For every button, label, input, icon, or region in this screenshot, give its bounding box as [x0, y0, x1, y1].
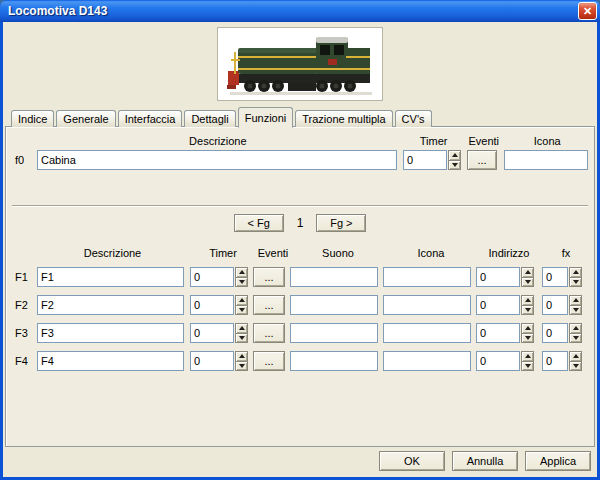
- eventi-button[interactable]: ...: [253, 267, 285, 287]
- timer-spinner: [235, 323, 248, 343]
- spinner-down-icon[interactable]: [569, 278, 582, 288]
- tab-interfaccia[interactable]: Interfaccia: [118, 110, 183, 127]
- suono-input[interactable]: [290, 295, 378, 315]
- spinner-down-icon[interactable]: [521, 306, 534, 316]
- spinner-up-icon[interactable]: [569, 267, 582, 278]
- tab-generale[interactable]: Generale: [56, 110, 115, 127]
- header-eventi: Eventi: [257, 247, 289, 259]
- f0-row: f0 ...: [15, 150, 589, 170]
- spinner-up-icon[interactable]: [235, 351, 248, 362]
- indirizzo-input[interactable]: [476, 267, 520, 287]
- header-icona: Icona: [387, 247, 475, 259]
- descrizione-input[interactable]: [37, 267, 184, 287]
- timer-spinner: [235, 351, 248, 371]
- spinner-down-icon[interactable]: [521, 362, 534, 372]
- spinner-down-icon[interactable]: [569, 334, 582, 344]
- descrizione-input[interactable]: [37, 323, 184, 343]
- spinner-down-icon[interactable]: [569, 306, 582, 316]
- timer-input[interactable]: [190, 295, 234, 315]
- table-row: F2 ...: [15, 295, 589, 315]
- icona-input[interactable]: [383, 295, 471, 315]
- window-title: Locomotiva D143: [0, 4, 107, 18]
- spinner-up-icon[interactable]: [521, 267, 534, 278]
- indirizzo-spinner: [521, 323, 534, 343]
- spinner-down-icon[interactable]: [569, 362, 582, 372]
- f0-eventi-button[interactable]: ...: [467, 150, 497, 170]
- fx-input[interactable]: [542, 295, 568, 315]
- fx-spinner: [569, 267, 582, 287]
- fx-spinner: [569, 351, 582, 371]
- indirizzo-spinner: [521, 351, 534, 371]
- tab-trazione-multipla[interactable]: Trazione multipla: [295, 110, 392, 127]
- tab-funzioni[interactable]: Funzioni: [238, 107, 294, 128]
- spinner-up-icon[interactable]: [521, 323, 534, 334]
- indirizzo-input[interactable]: [476, 351, 520, 371]
- suono-input[interactable]: [290, 351, 378, 371]
- dialog-content: Indice Generale Interfaccia Dettagli Fun…: [3, 22, 597, 477]
- fx-input[interactable]: [542, 267, 568, 287]
- icona-input[interactable]: [383, 267, 471, 287]
- close-icon[interactable]: ✕: [578, 2, 597, 20]
- fg-page-number: 1: [297, 216, 304, 230]
- fx-spinner: [569, 295, 582, 315]
- f0-timer-spinner: [448, 150, 461, 170]
- timer-input[interactable]: [190, 323, 234, 343]
- spinner-down-icon[interactable]: [235, 278, 248, 288]
- indirizzo-spinner: [521, 295, 534, 315]
- descrizione-input[interactable]: [37, 295, 184, 315]
- f0-icona-input[interactable]: [504, 150, 588, 170]
- spinner-down-icon[interactable]: [235, 362, 248, 372]
- table-row: F1 ...: [15, 267, 589, 287]
- spinner-down-icon[interactable]: [448, 161, 461, 171]
- indirizzo-input[interactable]: [476, 295, 520, 315]
- spinner-up-icon[interactable]: [448, 150, 461, 161]
- spinner-up-icon[interactable]: [235, 267, 248, 278]
- timer-input[interactable]: [190, 267, 234, 287]
- title-bar[interactable]: Locomotiva D143 ✕: [0, 0, 600, 22]
- f0-header-row: Descrizione Timer Eventi Icona: [15, 135, 589, 147]
- tab-indice[interactable]: Indice: [11, 110, 54, 127]
- fx-input[interactable]: [542, 323, 568, 343]
- header-suono: Suono: [294, 247, 382, 259]
- icona-input[interactable]: [383, 323, 471, 343]
- f0-header-icona: Icona: [505, 135, 589, 147]
- descrizione-input[interactable]: [37, 351, 184, 371]
- fx-input[interactable]: [542, 351, 568, 371]
- indirizzo-spinner: [521, 267, 534, 287]
- f0-timer-input[interactable]: [403, 150, 447, 170]
- fg-navigation: < Fg 1 Fg >: [6, 213, 594, 233]
- suono-input[interactable]: [290, 267, 378, 287]
- applica-button[interactable]: Applica: [525, 451, 591, 471]
- spinner-up-icon[interactable]: [521, 295, 534, 306]
- eventi-button[interactable]: ...: [253, 295, 285, 315]
- spinner-up-icon[interactable]: [235, 323, 248, 334]
- fg-next-button[interactable]: Fg >: [316, 214, 366, 232]
- spinner-up-icon[interactable]: [569, 351, 582, 362]
- timer-input[interactable]: [190, 351, 234, 371]
- eventi-button[interactable]: ...: [253, 323, 285, 343]
- spinner-up-icon[interactable]: [235, 295, 248, 306]
- ok-button[interactable]: OK: [379, 451, 445, 471]
- annulla-button[interactable]: Annulla: [452, 451, 518, 471]
- suono-input[interactable]: [290, 323, 378, 343]
- spinner-down-icon[interactable]: [235, 334, 248, 344]
- spinner-up-icon[interactable]: [569, 295, 582, 306]
- spinner-up-icon[interactable]: [569, 323, 582, 334]
- tab-cvs[interactable]: CV's: [395, 110, 432, 127]
- dialog-window: Locomotiva D143 ✕: [0, 0, 600, 480]
- fg-prev-button[interactable]: < Fg: [234, 214, 284, 232]
- spinner-down-icon[interactable]: [521, 334, 534, 344]
- eventi-button[interactable]: ...: [253, 351, 285, 371]
- f0-header-eventi: Eventi: [468, 135, 498, 147]
- tab-dettagli[interactable]: Dettagli: [184, 110, 235, 127]
- footer-button-bar: OK Annulla Applica: [372, 451, 591, 471]
- row-label: F1: [15, 271, 33, 283]
- section-separator: [12, 205, 588, 207]
- icona-input[interactable]: [383, 351, 471, 371]
- header-descrizione: Descrizione: [37, 247, 188, 259]
- spinner-up-icon[interactable]: [521, 351, 534, 362]
- spinner-down-icon[interactable]: [235, 306, 248, 316]
- indirizzo-input[interactable]: [476, 323, 520, 343]
- spinner-down-icon[interactable]: [521, 278, 534, 288]
- f0-descrizione-input[interactable]: [37, 150, 397, 170]
